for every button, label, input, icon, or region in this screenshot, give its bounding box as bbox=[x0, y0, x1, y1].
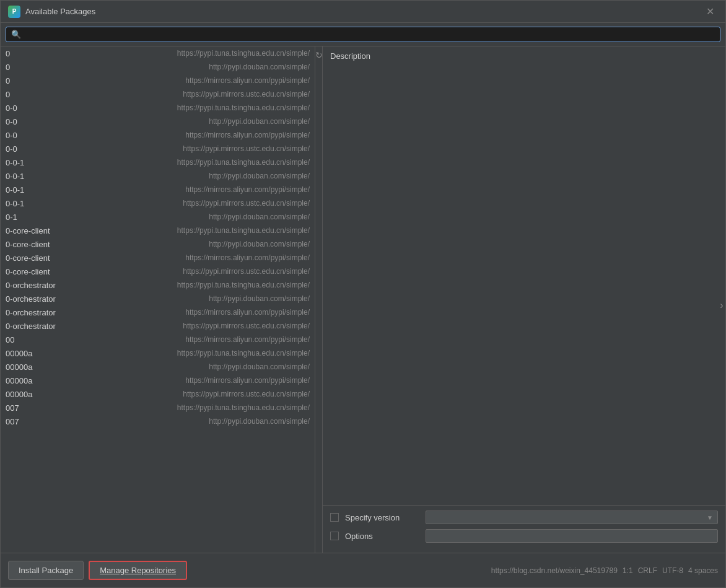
package-url: http://pypi.douban.com/simple/ bbox=[117, 172, 310, 180]
package-url: https://pypi.tuna.tsinghua.edu.cn/simple… bbox=[117, 158, 310, 167]
list-item[interactable]: 007http://pypi.douban.com/simple/ bbox=[1, 415, 315, 428]
package-url: http://pypi.douban.com/simple/ bbox=[117, 213, 310, 221]
left-panel: 0https://pypi.tuna.tsinghua.edu.cn/simpl… bbox=[1, 46, 323, 553]
list-item[interactable]: 0-1http://pypi.douban.com/simple/ bbox=[1, 210, 315, 224]
list-item[interactable]: 0https://pypi.mirrors.ustc.edu.cn/simple… bbox=[1, 87, 315, 101]
list-item[interactable]: 0https://mirrors.aliyun.com/pypi/simple/ bbox=[1, 74, 315, 87]
package-name: 0-0-1 bbox=[6, 199, 117, 208]
list-item[interactable]: 0-orchestratorhttps://pypi.tuna.tsinghua… bbox=[1, 278, 315, 292]
list-item[interactable]: 007https://pypi.tuna.tsinghua.edu.cn/sim… bbox=[1, 401, 315, 415]
package-url: https://pypi.tuna.tsinghua.edu.cn/simple… bbox=[117, 403, 310, 412]
package-url: http://pypi.douban.com/simple/ bbox=[117, 362, 310, 371]
search-bar: 🔍 bbox=[1, 23, 725, 46]
package-name: 0-0 bbox=[6, 144, 117, 154]
list-item[interactable]: 0http://pypi.douban.com/simple/ bbox=[1, 60, 315, 74]
status-encoding: UTF-8 bbox=[662, 566, 683, 575]
package-name: 0-orchestrator bbox=[6, 294, 117, 304]
right-edge: › bbox=[718, 46, 725, 553]
package-name: 0-core-client bbox=[6, 240, 117, 249]
package-name: 0-1 bbox=[6, 213, 117, 222]
package-list[interactable]: 0https://pypi.tuna.tsinghua.edu.cn/simpl… bbox=[1, 46, 315, 553]
specify-version-row: Specify version bbox=[330, 511, 718, 524]
options-checkbox[interactable] bbox=[330, 532, 339, 540]
search-input[interactable] bbox=[25, 30, 715, 39]
description-area bbox=[323, 63, 725, 505]
list-item[interactable]: 0-0-1https://mirrors.aliyun.com/pypi/sim… bbox=[1, 183, 315, 196]
list-item[interactable]: 0-0-1https://pypi.tuna.tsinghua.edu.cn/s… bbox=[1, 156, 315, 169]
list-item[interactable]: 0-0https://pypi.mirrors.ustc.edu.cn/simp… bbox=[1, 142, 315, 156]
package-url: https://pypi.mirrors.ustc.edu.cn/simple/ bbox=[117, 390, 310, 398]
package-name: 0-orchestrator bbox=[6, 281, 117, 290]
search-wrapper: 🔍 bbox=[6, 27, 720, 42]
package-url: http://pypi.douban.com/simple/ bbox=[117, 63, 310, 71]
list-item[interactable]: 0-core-clienthttps://pypi.tuna.tsinghua.… bbox=[1, 224, 315, 237]
package-name: 0 bbox=[6, 63, 117, 72]
close-button[interactable]: ✕ bbox=[702, 4, 718, 19]
package-url: https://mirrors.aliyun.com/pypi/simple/ bbox=[117, 253, 310, 262]
list-item[interactable]: 0-0-1http://pypi.douban.com/simple/ bbox=[1, 169, 315, 183]
specify-version-checkbox[interactable] bbox=[330, 513, 339, 522]
package-name: 0-orchestrator bbox=[6, 322, 117, 331]
status-bar: https://blog.csdn.net/weixin_44519789 1:… bbox=[491, 566, 718, 575]
available-packages-dialog: P Available Packages ✕ 🔍 0https://pypi.t… bbox=[0, 0, 726, 588]
list-item[interactable]: 00000ahttps://pypi.tuna.tsinghua.edu.cn/… bbox=[1, 346, 315, 360]
list-item[interactable]: 0-core-clienthttps://pypi.mirrors.ustc.e… bbox=[1, 265, 315, 278]
package-name: 007 bbox=[6, 403, 117, 413]
package-name: 0 bbox=[6, 49, 117, 58]
package-url: https://pypi.mirrors.ustc.edu.cn/simple/ bbox=[117, 144, 310, 153]
version-select[interactable] bbox=[426, 511, 718, 524]
list-item[interactable]: 00000ahttp://pypi.douban.com/simple/ bbox=[1, 360, 315, 374]
package-name: 00000a bbox=[6, 376, 117, 385]
list-item[interactable]: 0-orchestratorhttps://pypi.mirrors.ustc.… bbox=[1, 319, 315, 333]
package-url: https://mirrors.aliyun.com/pypi/simple/ bbox=[117, 335, 310, 344]
list-with-scroll: 0https://pypi.tuna.tsinghua.edu.cn/simpl… bbox=[1, 46, 322, 553]
package-url: http://pypi.douban.com/simple/ bbox=[117, 417, 310, 426]
version-select-wrap bbox=[426, 511, 718, 524]
package-name: 0 bbox=[6, 90, 117, 99]
manage-repositories-button[interactable]: Manage Repositories bbox=[89, 561, 187, 580]
status-url: https://blog.csdn.net/weixin_44519789 bbox=[491, 566, 618, 575]
install-package-button[interactable]: Install Package bbox=[8, 561, 84, 580]
package-name: 0-0-1 bbox=[6, 172, 117, 181]
package-url: https://pypi.tuna.tsinghua.edu.cn/simple… bbox=[117, 49, 310, 58]
list-item[interactable]: 0https://pypi.tuna.tsinghua.edu.cn/simpl… bbox=[1, 46, 315, 60]
list-item[interactable]: 0-core-clienthttp://pypi.douban.com/simp… bbox=[1, 237, 315, 251]
package-url: https://pypi.tuna.tsinghua.edu.cn/simple… bbox=[117, 226, 310, 235]
list-item[interactable]: 0-orchestratorhttp://pypi.douban.com/sim… bbox=[1, 292, 315, 305]
options-input[interactable] bbox=[426, 529, 718, 543]
package-url: http://pypi.douban.com/simple/ bbox=[117, 117, 310, 126]
description-label: Description bbox=[323, 46, 725, 63]
list-item[interactable]: 00https://mirrors.aliyun.com/pypi/simple… bbox=[1, 333, 315, 346]
list-item[interactable]: 0-0http://pypi.douban.com/simple/ bbox=[1, 115, 315, 128]
bottom-left: Install Package Manage Repositories bbox=[8, 561, 187, 580]
package-url: http://pypi.douban.com/simple/ bbox=[117, 294, 310, 303]
scrollbar-indicator: ↻ bbox=[315, 46, 322, 553]
specify-version-label: Specify version bbox=[345, 513, 419, 522]
status-line-ending: CRLF bbox=[638, 566, 657, 575]
list-item[interactable]: 0-core-clienthttps://mirrors.aliyun.com/… bbox=[1, 251, 315, 265]
package-name: 0-0-1 bbox=[6, 158, 117, 167]
options-section: Specify version Options bbox=[323, 505, 725, 553]
options-label: Options bbox=[345, 532, 419, 541]
package-name: 0-0 bbox=[6, 117, 117, 126]
right-panel: Description Specify version Options bbox=[323, 46, 725, 553]
list-item[interactable]: 0-0https://pypi.tuna.tsinghua.edu.cn/sim… bbox=[1, 101, 315, 115]
package-name: 0-0-1 bbox=[6, 185, 117, 195]
list-item[interactable]: 00000ahttps://mirrors.aliyun.com/pypi/si… bbox=[1, 374, 315, 387]
list-item[interactable]: 0-0https://mirrors.aliyun.com/pypi/simpl… bbox=[1, 128, 315, 142]
refresh-button[interactable]: ↻ bbox=[314, 49, 323, 61]
package-name: 00000a bbox=[6, 362, 117, 372]
package-url: https://mirrors.aliyun.com/pypi/simple/ bbox=[117, 376, 310, 385]
package-url: https://mirrors.aliyun.com/pypi/simple/ bbox=[117, 308, 310, 317]
list-item[interactable]: 00000ahttps://pypi.mirrors.ustc.edu.cn/s… bbox=[1, 387, 315, 401]
status-indent: 4 spaces bbox=[688, 566, 718, 575]
package-name: 00 bbox=[6, 335, 117, 344]
bottom-bar: Install Package Manage Repositories http… bbox=[1, 553, 725, 587]
package-name: 0-0 bbox=[6, 103, 117, 113]
list-item[interactable]: 0-orchestratorhttps://mirrors.aliyun.com… bbox=[1, 305, 315, 319]
dialog-title: Available Packages bbox=[25, 7, 95, 16]
list-item[interactable]: 0-0-1https://pypi.mirrors.ustc.edu.cn/si… bbox=[1, 196, 315, 210]
package-url: https://pypi.tuna.tsinghua.edu.cn/simple… bbox=[117, 281, 310, 289]
title-bar: P Available Packages ✕ bbox=[1, 1, 725, 23]
package-name: 007 bbox=[6, 417, 117, 426]
